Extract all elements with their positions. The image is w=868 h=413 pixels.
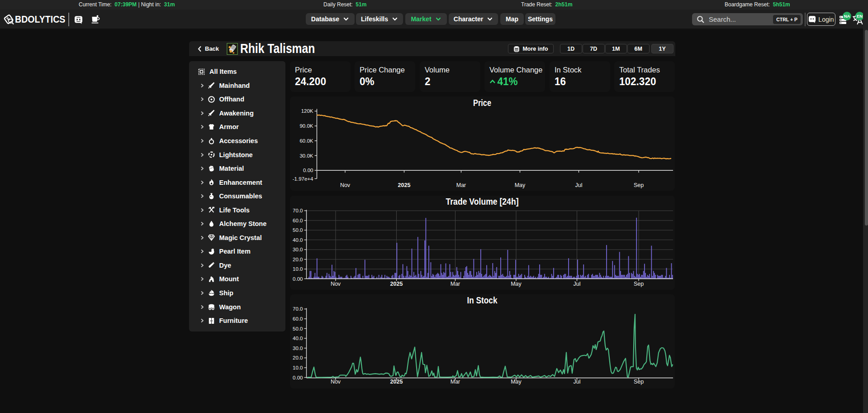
svg-text:70.0: 70.0 — [293, 208, 303, 213]
svg-text:0.00: 0.00 — [293, 276, 303, 282]
svg-text:2025: 2025 — [390, 379, 403, 385]
svg-text:Jul: Jul — [574, 379, 581, 385]
svg-text:30.0K: 30.0K — [299, 153, 313, 158]
svg-text:Mar: Mar — [451, 379, 460, 385]
svg-text:Sep: Sep — [634, 281, 644, 287]
svg-text:2025: 2025 — [390, 281, 403, 287]
svg-text:60.0K: 60.0K — [299, 138, 313, 144]
svg-text:10.0: 10.0 — [293, 365, 303, 370]
svg-text:20.0: 20.0 — [293, 355, 303, 360]
svg-text:40.0: 40.0 — [293, 237, 303, 243]
svg-text:60.0: 60.0 — [293, 316, 303, 322]
svg-text:Nov: Nov — [331, 379, 341, 385]
svg-text:0.00: 0.00 — [293, 375, 303, 380]
svg-text:120K: 120K — [301, 108, 313, 114]
svg-text:Sep: Sep — [634, 182, 644, 188]
svg-text:Mar: Mar — [456, 182, 466, 188]
svg-text:20.0: 20.0 — [293, 257, 303, 262]
svg-text:2025: 2025 — [398, 182, 411, 188]
svg-text:50.0: 50.0 — [293, 227, 303, 233]
svg-text:-1.97e+4: -1.97e+4 — [293, 176, 313, 182]
svg-text:10.0: 10.0 — [293, 266, 303, 272]
svg-text:Nov: Nov — [331, 281, 341, 287]
svg-text:30.0: 30.0 — [293, 247, 303, 252]
svg-text:In Stock: In Stock — [467, 295, 498, 305]
svg-text:Jul: Jul — [575, 182, 583, 188]
svg-text:70.0: 70.0 — [293, 306, 303, 312]
svg-text:60.0: 60.0 — [293, 218, 303, 223]
svg-text:Jul: Jul — [574, 281, 581, 287]
svg-text:90.0K: 90.0K — [299, 123, 313, 129]
svg-text:0.00: 0.00 — [303, 168, 313, 173]
svg-text:Price: Price — [473, 98, 491, 108]
svg-text:Nov: Nov — [340, 182, 351, 188]
svg-text:30.0: 30.0 — [293, 346, 303, 351]
svg-text:50.0: 50.0 — [293, 326, 303, 331]
svg-text:Mar: Mar — [451, 281, 460, 287]
svg-text:May: May — [511, 379, 522, 385]
svg-text:40.0: 40.0 — [293, 336, 303, 341]
svg-text:Trade Volume [24h]: Trade Volume [24h] — [446, 197, 519, 206]
svg-text:Sep: Sep — [634, 379, 644, 385]
svg-text:May: May — [515, 182, 526, 188]
svg-text:May: May — [511, 281, 522, 287]
